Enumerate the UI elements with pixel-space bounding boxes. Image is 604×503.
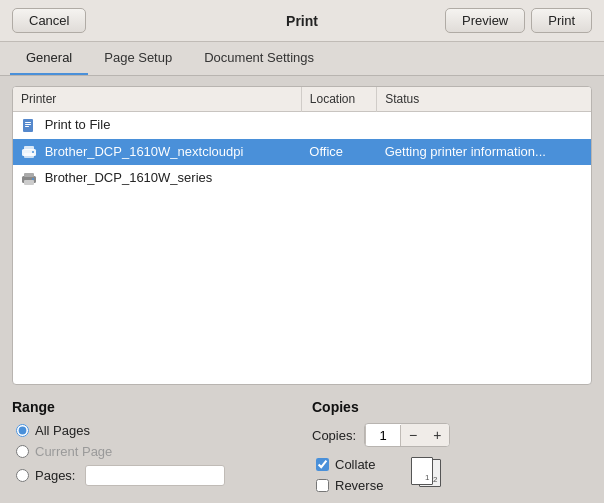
tabs-bar: General Page Setup Document Settings xyxy=(0,42,604,76)
reverse-item: Reverse xyxy=(316,478,383,493)
printer-icon xyxy=(21,170,45,185)
printer-location xyxy=(301,112,376,139)
page-num-back: 2 xyxy=(433,475,437,484)
cancel-button[interactable]: Cancel xyxy=(12,8,86,33)
checkbox-group: Collate Reverse xyxy=(312,457,383,493)
svg-rect-6 xyxy=(24,153,34,158)
table-row[interactable]: Print to File xyxy=(13,112,591,139)
copies-row: Copies: 1 − + xyxy=(312,423,592,447)
col-printer: Printer xyxy=(13,87,301,112)
collate-item: Collate xyxy=(316,457,383,472)
svg-point-7 xyxy=(32,151,34,153)
print-button[interactable]: Print xyxy=(531,8,592,33)
pages-input[interactable] xyxy=(85,465,225,486)
svg-rect-0 xyxy=(23,119,33,132)
page-num-front: 1 xyxy=(425,473,429,482)
titlebar-left: Cancel xyxy=(12,8,86,33)
svg-rect-1 xyxy=(25,122,31,123)
printer-name: Brother_DCP_1610W_series xyxy=(45,170,213,185)
current-page-item: Current Page xyxy=(16,444,292,459)
tab-page-setup[interactable]: Page Setup xyxy=(88,42,188,75)
col-location: Location xyxy=(301,87,376,112)
all-pages-item: All Pages xyxy=(16,423,292,438)
dialog-title: Print xyxy=(286,13,318,29)
range-radio-group: All Pages Current Page Pages: xyxy=(12,423,292,486)
printer-name: Print to File xyxy=(45,117,111,132)
all-pages-radio[interactable] xyxy=(16,424,29,437)
collate-page-front: 1 xyxy=(411,457,433,485)
printer-status xyxy=(377,112,591,139)
tab-document-settings[interactable]: Document Settings xyxy=(188,42,330,75)
svg-rect-3 xyxy=(25,126,29,127)
reverse-label: Reverse xyxy=(335,478,383,493)
collate-label: Collate xyxy=(335,457,375,472)
current-page-radio[interactable] xyxy=(16,445,29,458)
main-content: Printer Location Status xyxy=(0,76,604,503)
svg-point-11 xyxy=(32,178,34,180)
collate-checkbox[interactable] xyxy=(316,458,329,471)
copies-title: Copies xyxy=(312,399,592,415)
range-title: Range xyxy=(12,399,292,415)
copies-value: 1 xyxy=(365,425,401,446)
copies-minus-button[interactable]: − xyxy=(401,424,425,446)
range-section: Range All Pages Current Page Pages: xyxy=(12,399,292,493)
collate-icon: 2 1 xyxy=(411,457,449,487)
bottom-section: Range All Pages Current Page Pages: Copi… xyxy=(12,395,592,493)
printer-table: Printer Location Status xyxy=(13,87,591,192)
copies-label: Copies: xyxy=(312,428,356,443)
preview-button[interactable]: Preview xyxy=(445,8,525,33)
printer-status: Getting printer information... xyxy=(377,139,591,166)
copies-section: Copies Copies: 1 − + Collate Re xyxy=(312,399,592,493)
pages-item: Pages: xyxy=(16,465,292,486)
table-header-row: Printer Location Status xyxy=(13,87,591,112)
printer-name-cell: Brother_DCP_1610W_nextcloudpi xyxy=(13,139,301,166)
printer-name-cell: Print to File xyxy=(13,112,301,139)
titlebar-right: Preview Print xyxy=(445,8,592,33)
reverse-checkbox[interactable] xyxy=(316,479,329,492)
svg-rect-9 xyxy=(24,173,34,177)
pages-label: Pages: xyxy=(35,468,75,483)
printer-status xyxy=(377,165,591,192)
titlebar: Cancel Print Preview Print xyxy=(0,0,604,42)
tab-general[interactable]: General xyxy=(10,42,88,75)
current-page-label: Current Page xyxy=(35,444,112,459)
pages-radio[interactable] xyxy=(16,469,29,482)
table-row[interactable]: Brother_DCP_1610W_series xyxy=(13,165,591,192)
all-pages-label: All Pages xyxy=(35,423,90,438)
file-icon xyxy=(21,117,45,132)
copies-controls: 1 − + xyxy=(364,423,450,447)
copies-checkbox-area: Collate Reverse 2 1 xyxy=(312,457,592,493)
printer-name-cell: Brother_DCP_1610W_series xyxy=(13,165,301,192)
printer-list-container: Printer Location Status xyxy=(12,86,592,385)
svg-rect-2 xyxy=(25,124,31,125)
printer-location xyxy=(301,165,376,192)
copies-plus-button[interactable]: + xyxy=(425,424,449,446)
printer-icon xyxy=(21,144,45,159)
printer-location: Office xyxy=(301,139,376,166)
printer-name: Brother_DCP_1610W_nextcloudpi xyxy=(45,144,244,159)
table-row[interactable]: Brother_DCP_1610W_nextcloudpi Office Get… xyxy=(13,139,591,166)
col-status: Status xyxy=(377,87,591,112)
svg-rect-5 xyxy=(24,146,34,150)
svg-rect-10 xyxy=(24,180,34,185)
